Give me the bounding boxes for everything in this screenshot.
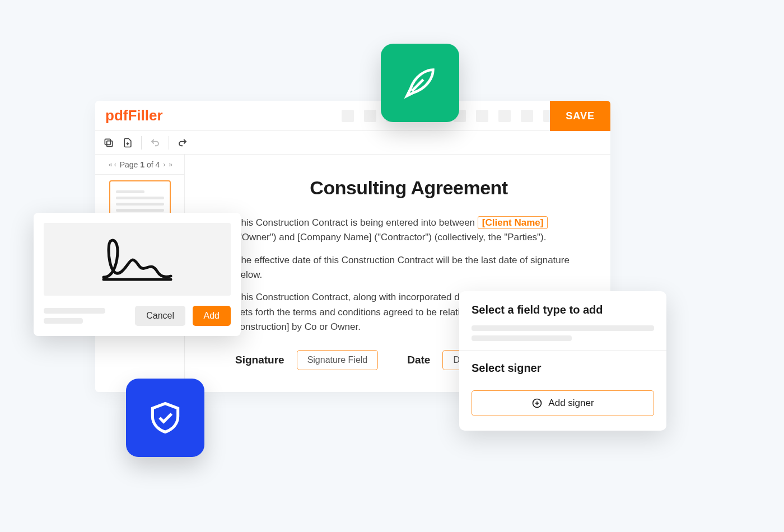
brand-prefix: pdf: [105, 107, 128, 124]
field-type-panel: Select a field type to add Select signer…: [459, 291, 666, 431]
toolbar-icon[interactable]: [342, 110, 354, 122]
brand-suffix: Filler: [128, 107, 162, 124]
add-button[interactable]: Add: [193, 306, 231, 326]
panel-title: Select a field type to add: [472, 304, 654, 316]
toolbar-icon[interactable]: [498, 110, 511, 122]
first-page-icon[interactable]: «: [109, 161, 111, 169]
cancel-button[interactable]: Cancel: [135, 306, 185, 326]
signature-field[interactable]: Signature Field: [297, 350, 379, 370]
divider: [459, 350, 666, 351]
brand-logo: pdfFiller: [105, 107, 163, 124]
signature-canvas[interactable]: [44, 223, 231, 296]
save-button[interactable]: SAVE: [550, 101, 610, 131]
panel-subtitle: Select signer: [472, 362, 654, 375]
redo-icon[interactable]: [177, 138, 188, 148]
signature-dialog: Cancel Add: [34, 213, 241, 336]
shield-check-icon: [146, 399, 184, 437]
toolbar-icon[interactable]: [476, 110, 488, 122]
undo-icon[interactable]: [150, 138, 161, 148]
document-add-icon[interactable]: [122, 137, 133, 148]
sub-toolbar: [95, 131, 610, 155]
next-page-icon[interactable]: ›: [163, 161, 165, 169]
skeleton-lines: [44, 308, 105, 324]
separator: [141, 136, 142, 150]
toolbar-icon[interactable]: [364, 110, 376, 122]
add-signer-label: Add signer: [548, 398, 594, 409]
shield-badge: [126, 379, 204, 457]
toolbar-icon[interactable]: [521, 110, 533, 122]
svg-rect-0: [107, 141, 113, 146]
pager-text: Page 1 of 4: [120, 160, 160, 169]
add-signer-button[interactable]: Add signer: [472, 390, 654, 416]
date-label: Date: [407, 354, 430, 366]
feather-icon: [400, 63, 440, 102]
signature-icon: [87, 231, 188, 287]
doc-title: Consulting Agreement: [235, 177, 582, 199]
last-page-icon[interactable]: »: [169, 161, 171, 169]
client-name-field[interactable]: [Client Name]: [478, 216, 548, 229]
signature-label: Signature: [235, 354, 284, 366]
separator: [169, 136, 169, 150]
top-toolbar: pdfFiller SAVE: [95, 101, 610, 131]
svg-rect-1: [105, 139, 110, 144]
page-indicator: « ‹ Page 1 of 4 › »: [95, 155, 184, 175]
doc-paragraph: This Construction Contract is being ente…: [235, 216, 582, 245]
signature-dialog-actions: Cancel Add: [44, 306, 231, 326]
copy-icon[interactable]: [103, 137, 114, 148]
feather-badge: [381, 44, 459, 122]
plus-circle-icon: [531, 398, 543, 409]
doc-paragraph: The effective date of this Construction …: [235, 253, 582, 283]
prev-page-icon[interactable]: ‹: [114, 161, 116, 169]
